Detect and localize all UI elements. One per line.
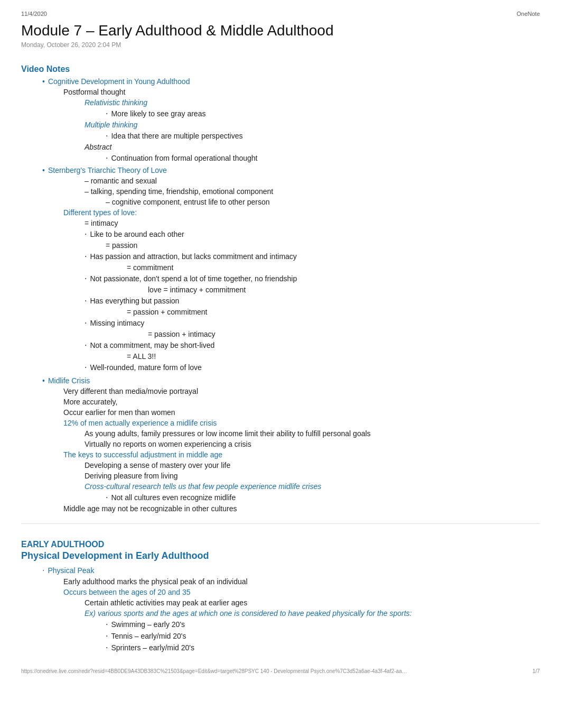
passion-commit: = passion + commitment xyxy=(127,308,540,316)
midlife-cross: Cross-cultural research tells us that fe… xyxy=(85,482,540,491)
relativistic-desc: More likely to see gray areas xyxy=(106,109,540,118)
midlife-bullet: Midlife Crisis xyxy=(42,376,90,385)
intimacy-label: = intimacy xyxy=(85,219,540,227)
phys-tennis: Tennis – early/mid 20's xyxy=(106,631,540,641)
midlife-1: Very different than media/movie portraya… xyxy=(63,387,540,395)
physical-peak-bullet: Physical Peak xyxy=(42,566,94,575)
love-item6: Not a commitment, may be short-lived xyxy=(85,340,540,350)
early-adulthood-header: EARLY ADULTHOOD xyxy=(21,540,540,549)
sternberg-bullet: Sternberg's Triarchic Theory of Love xyxy=(42,166,167,174)
multiple-label: Multiple thinking xyxy=(85,121,540,129)
midlife-stat2: Virtually no reports on women experienci… xyxy=(85,440,540,448)
phys-1: Early adulthood marks the physical peak … xyxy=(63,577,540,586)
midlife-key2: Deriving pleasure from living xyxy=(85,472,540,480)
passion-label: = passion xyxy=(106,241,540,250)
midlife-keys: The keys to successful adjustment in mid… xyxy=(63,450,540,459)
all3-label: = ALL 3!! xyxy=(127,352,540,361)
footer-page: 1/7 xyxy=(532,668,540,674)
phys-3: Certain athletic activities may peak at … xyxy=(85,598,540,607)
midlife-key1: Developing a sense of mastery over your … xyxy=(85,461,540,469)
page-date: Monday, October 26, 2020 2:04 PM xyxy=(21,41,540,49)
sternberg-2: – talking, spending time, friendship, em… xyxy=(85,187,540,196)
top-date: 11/4/2020 xyxy=(21,11,47,17)
cognitive-bullet: Cognitive Development in Young Adulthood xyxy=(42,77,190,86)
phys-sprint: Sprinters – early/mid 20's xyxy=(106,643,540,652)
midlife-stat1: As young adults, family pressures or low… xyxy=(85,429,540,438)
relativistic-label: Relativistic thinking xyxy=(85,98,540,107)
multiple-desc: Idea that there are multiple perspective… xyxy=(106,131,540,141)
love-item7: Well-rounded, mature form of love xyxy=(85,363,540,372)
love-eq1: love = intimacy + commitment xyxy=(148,285,540,294)
midlife-end: Middle age may not be recognizable in ot… xyxy=(63,504,540,513)
sternberg-3: – cognitive component, entrust life to o… xyxy=(106,198,540,206)
footer-url: https://onedrive.live.com/redir?resid=4B… xyxy=(21,668,407,674)
postformal-label: Postformal thought xyxy=(63,88,540,96)
sternberg-1: – romantic and sexual xyxy=(85,177,540,185)
love-item5: Missing intimacy xyxy=(85,318,540,328)
phys-swim: Swimming – early 20's xyxy=(106,620,540,629)
commitment-label: = commitment xyxy=(127,263,540,272)
video-notes-header: Video Notes xyxy=(21,64,540,74)
love-item2: Has passion and attraction, but lacks co… xyxy=(85,252,540,261)
phys-2: Occurs between the ages of 20 and 35 xyxy=(63,588,540,596)
app-name: OneNote xyxy=(517,11,540,17)
midlife-cross1: Not all cultures even recognize midlife xyxy=(106,493,540,502)
midlife-3: Occur earlier for men than women xyxy=(63,408,540,417)
midlife-stat: 12% of men actually experience a midlife… xyxy=(63,419,540,427)
midlife-2: More accurately, xyxy=(63,398,540,406)
love-item1: Like to be around each other xyxy=(85,229,540,239)
diff-types-label: Different types of love: xyxy=(63,208,540,217)
love-item3: Not passionate, don't spend a lot of tim… xyxy=(85,274,540,283)
physical-development-header: Physical Development in Early Adulthood xyxy=(21,550,540,561)
page-title: Module 7 – Early Adulthood & Middle Adul… xyxy=(21,22,540,39)
abstract-desc: Continuation from formal operational tho… xyxy=(106,153,540,163)
phys-italic: Ex) various sports and the ages at which… xyxy=(85,609,540,618)
love-item4: Has everything but passion xyxy=(85,296,540,306)
abstract-label: Abstract xyxy=(85,143,540,151)
passion-intimacy: = passion + intimacy xyxy=(148,330,540,338)
